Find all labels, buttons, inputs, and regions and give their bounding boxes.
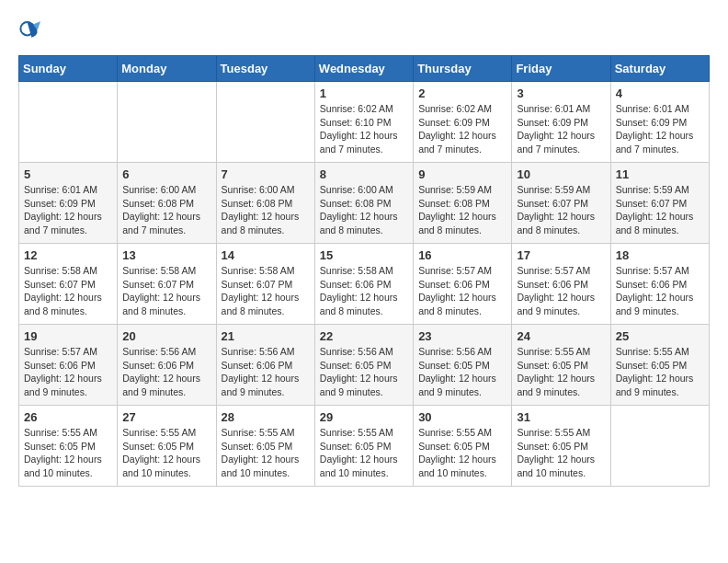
day-number: 6: [122, 167, 210, 181]
calendar-week-row: 1Sunrise: 6:02 AM Sunset: 6:10 PM Daylig…: [19, 82, 710, 163]
day-info: Sunrise: 5:55 AM Sunset: 6:05 PM Dayligh…: [222, 426, 310, 480]
day-number: 8: [320, 167, 408, 181]
calendar-day-cell: 3Sunrise: 6:01 AM Sunset: 6:09 PM Daylig…: [512, 82, 610, 163]
day-of-week-header: Thursday: [414, 56, 512, 82]
calendar-day-cell: 30Sunrise: 5:55 AM Sunset: 6:05 PM Dayli…: [414, 406, 512, 487]
calendar-day-cell: 7Sunrise: 6:00 AM Sunset: 6:08 PM Daylig…: [216, 163, 314, 244]
day-of-week-header: Tuesday: [216, 56, 314, 82]
day-info: Sunrise: 5:56 AM Sunset: 6:05 PM Dayligh…: [320, 345, 408, 399]
calendar-day-cell: 13Sunrise: 5:58 AM Sunset: 6:07 PM Dayli…: [118, 244, 216, 325]
day-info: Sunrise: 5:58 AM Sunset: 6:07 PM Dayligh…: [24, 264, 112, 318]
calendar-day-cell: 28Sunrise: 5:55 AM Sunset: 6:05 PM Dayli…: [216, 406, 314, 487]
day-number: 21: [222, 329, 310, 343]
day-info: Sunrise: 5:56 AM Sunset: 6:05 PM Dayligh…: [418, 345, 506, 399]
day-info: Sunrise: 5:55 AM Sunset: 6:05 PM Dayligh…: [320, 426, 408, 480]
calendar-day-cell: [118, 82, 216, 163]
calendar-day-cell: 19Sunrise: 5:57 AM Sunset: 6:06 PM Dayli…: [19, 325, 118, 406]
day-info: Sunrise: 6:02 AM Sunset: 6:10 PM Dayligh…: [320, 102, 408, 156]
day-number: 18: [616, 248, 704, 262]
day-of-week-header: Monday: [118, 56, 216, 82]
day-number: 22: [320, 329, 408, 343]
day-number: 1: [320, 86, 408, 100]
day-info: Sunrise: 5:57 AM Sunset: 6:06 PM Dayligh…: [517, 264, 605, 318]
day-number: 3: [517, 86, 605, 100]
calendar-day-cell: 6Sunrise: 6:00 AM Sunset: 6:08 PM Daylig…: [118, 163, 216, 244]
day-info: Sunrise: 5:59 AM Sunset: 6:07 PM Dayligh…: [616, 183, 704, 237]
day-info: Sunrise: 5:55 AM Sunset: 6:05 PM Dayligh…: [517, 345, 605, 399]
day-info: Sunrise: 5:58 AM Sunset: 6:07 PM Dayligh…: [222, 264, 310, 318]
day-number: 5: [24, 167, 112, 181]
day-info: Sunrise: 5:58 AM Sunset: 6:07 PM Dayligh…: [122, 264, 210, 318]
calendar-header: SundayMondayTuesdayWednesdayThursdayFrid…: [19, 56, 710, 82]
logo-icon: [18, 18, 40, 40]
day-info: Sunrise: 6:00 AM Sunset: 6:08 PM Dayligh…: [320, 183, 408, 237]
day-number: 31: [517, 410, 605, 424]
calendar-day-cell: 23Sunrise: 5:56 AM Sunset: 6:05 PM Dayli…: [414, 325, 512, 406]
days-of-week-row: SundayMondayTuesdayWednesdayThursdayFrid…: [19, 56, 710, 82]
calendar-table: SundayMondayTuesdayWednesdayThursdayFrid…: [18, 55, 710, 487]
calendar-day-cell: 17Sunrise: 5:57 AM Sunset: 6:06 PM Dayli…: [512, 244, 610, 325]
day-number: 26: [24, 410, 112, 424]
day-info: Sunrise: 5:58 AM Sunset: 6:06 PM Dayligh…: [320, 264, 408, 318]
day-info: Sunrise: 6:00 AM Sunset: 6:08 PM Dayligh…: [122, 183, 210, 237]
day-number: 29: [320, 410, 408, 424]
calendar-day-cell: [610, 406, 709, 487]
day-info: Sunrise: 5:57 AM Sunset: 6:06 PM Dayligh…: [24, 345, 112, 399]
day-of-week-header: Wednesday: [314, 56, 413, 82]
day-info: Sunrise: 5:55 AM Sunset: 6:05 PM Dayligh…: [517, 426, 605, 480]
calendar-week-row: 5Sunrise: 6:01 AM Sunset: 6:09 PM Daylig…: [19, 163, 710, 244]
day-info: Sunrise: 5:59 AM Sunset: 6:07 PM Dayligh…: [517, 183, 605, 237]
calendar-day-cell: 27Sunrise: 5:55 AM Sunset: 6:05 PM Dayli…: [118, 406, 216, 487]
calendar-week-row: 19Sunrise: 5:57 AM Sunset: 6:06 PM Dayli…: [19, 325, 710, 406]
day-number: 10: [517, 167, 605, 181]
day-number: 2: [418, 86, 506, 100]
calendar-day-cell: 20Sunrise: 5:56 AM Sunset: 6:06 PM Dayli…: [118, 325, 216, 406]
calendar-day-cell: 10Sunrise: 5:59 AM Sunset: 6:07 PM Dayli…: [512, 163, 610, 244]
day-number: 15: [320, 248, 408, 262]
day-number: 20: [122, 329, 210, 343]
calendar-day-cell: 1Sunrise: 6:02 AM Sunset: 6:10 PM Daylig…: [314, 82, 413, 163]
calendar-day-cell: 14Sunrise: 5:58 AM Sunset: 6:07 PM Dayli…: [216, 244, 314, 325]
day-number: 14: [222, 248, 310, 262]
day-info: Sunrise: 5:55 AM Sunset: 6:05 PM Dayligh…: [418, 426, 506, 480]
day-info: Sunrise: 5:55 AM Sunset: 6:05 PM Dayligh…: [616, 345, 704, 399]
calendar-day-cell: 21Sunrise: 5:56 AM Sunset: 6:06 PM Dayli…: [216, 325, 314, 406]
day-info: Sunrise: 5:59 AM Sunset: 6:08 PM Dayligh…: [418, 183, 506, 237]
day-info: Sunrise: 6:01 AM Sunset: 6:09 PM Dayligh…: [616, 102, 704, 156]
calendar-day-cell: 31Sunrise: 5:55 AM Sunset: 6:05 PM Dayli…: [512, 406, 610, 487]
day-number: 16: [418, 248, 506, 262]
day-number: 12: [24, 248, 112, 262]
day-number: 4: [616, 86, 704, 100]
day-info: Sunrise: 5:55 AM Sunset: 6:05 PM Dayligh…: [122, 426, 210, 480]
day-number: 9: [418, 167, 506, 181]
day-of-week-header: Saturday: [610, 56, 709, 82]
day-number: 11: [616, 167, 704, 181]
calendar-day-cell: 26Sunrise: 5:55 AM Sunset: 6:05 PM Dayli…: [19, 406, 118, 487]
calendar-day-cell: 29Sunrise: 5:55 AM Sunset: 6:05 PM Dayli…: [314, 406, 413, 487]
day-number: 24: [517, 329, 605, 343]
calendar-week-row: 26Sunrise: 5:55 AM Sunset: 6:05 PM Dayli…: [19, 406, 710, 487]
calendar-day-cell: 4Sunrise: 6:01 AM Sunset: 6:09 PM Daylig…: [610, 82, 709, 163]
day-info: Sunrise: 5:55 AM Sunset: 6:05 PM Dayligh…: [24, 426, 112, 480]
calendar-body: 1Sunrise: 6:02 AM Sunset: 6:10 PM Daylig…: [19, 82, 710, 487]
day-info: Sunrise: 6:00 AM Sunset: 6:08 PM Dayligh…: [222, 183, 310, 237]
day-number: 19: [24, 329, 112, 343]
calendar-day-cell: 18Sunrise: 5:57 AM Sunset: 6:06 PM Dayli…: [610, 244, 709, 325]
calendar-day-cell: 22Sunrise: 5:56 AM Sunset: 6:05 PM Dayli…: [314, 325, 413, 406]
calendar-day-cell: 24Sunrise: 5:55 AM Sunset: 6:05 PM Dayli…: [512, 325, 610, 406]
day-info: Sunrise: 6:02 AM Sunset: 6:09 PM Dayligh…: [418, 102, 506, 156]
day-number: 23: [418, 329, 506, 343]
page-header: [18, 18, 710, 40]
calendar-day-cell: 5Sunrise: 6:01 AM Sunset: 6:09 PM Daylig…: [19, 163, 118, 244]
calendar-day-cell: 15Sunrise: 5:58 AM Sunset: 6:06 PM Dayli…: [314, 244, 413, 325]
day-info: Sunrise: 5:57 AM Sunset: 6:06 PM Dayligh…: [418, 264, 506, 318]
day-info: Sunrise: 5:57 AM Sunset: 6:06 PM Dayligh…: [616, 264, 704, 318]
day-number: 30: [418, 410, 506, 424]
calendar-day-cell: [19, 82, 118, 163]
day-info: Sunrise: 5:56 AM Sunset: 6:06 PM Dayligh…: [122, 345, 210, 399]
day-number: 25: [616, 329, 704, 343]
calendar-day-cell: [216, 82, 314, 163]
calendar-day-cell: 11Sunrise: 5:59 AM Sunset: 6:07 PM Dayli…: [610, 163, 709, 244]
day-of-week-header: Sunday: [19, 56, 118, 82]
day-info: Sunrise: 6:01 AM Sunset: 6:09 PM Dayligh…: [517, 102, 605, 156]
